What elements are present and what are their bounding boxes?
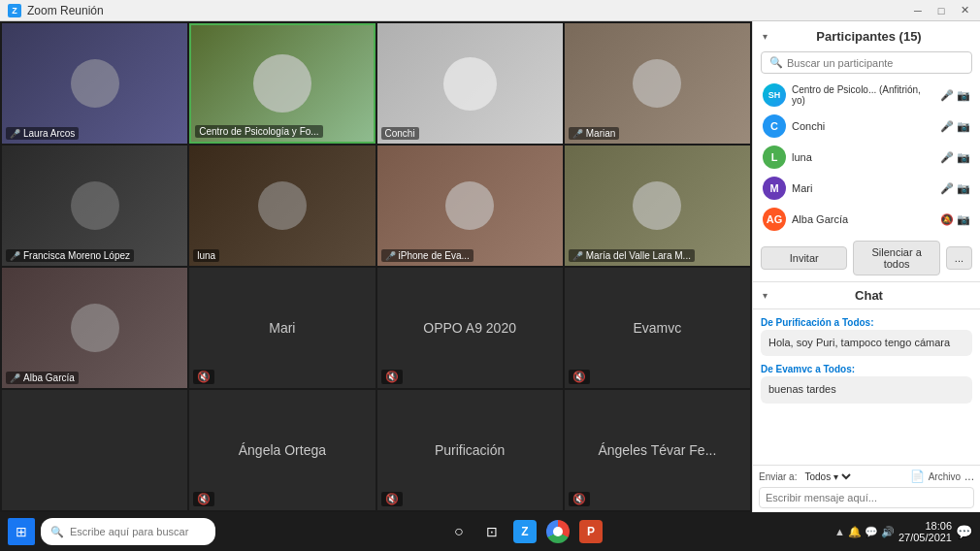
video-cell-iphone[interactable]: 🎤 iPhone de Eva...	[377, 146, 563, 266]
participants-title: Participantes (15)	[816, 29, 921, 44]
taskbar: ⊞ 🔍 ○ ⊡ Z P ▲ 🔔 💬 🔊	[0, 512, 980, 551]
clock: 18:06	[925, 520, 952, 532]
taskbar-taskview-icon[interactable]: ⊡	[478, 518, 506, 545]
list-item[interactable]: M Mari 🎤 📷	[757, 173, 976, 204]
mic-icon: 🎤	[940, 151, 954, 164]
avatar: AG	[763, 208, 786, 231]
video-cell-mari[interactable]: Mari 🔇	[189, 268, 375, 388]
chat-more-button[interactable]: ...	[964, 470, 974, 483]
video-cell-oppo[interactable]: OPPO A9 2020 🔇	[377, 268, 563, 388]
video-cell-alba[interactable]: 🎤 Alba García	[2, 268, 187, 388]
cam-icon: 📷	[957, 182, 970, 195]
participant-search-input[interactable]	[787, 57, 964, 69]
video-cell-marian[interactable]: 🎤 Marian	[565, 23, 750, 144]
video-cell-laura[interactable]: 🎤 Laura Arcos	[2, 23, 187, 144]
search-icon: 🔍	[50, 526, 64, 538]
video-label-luna: luna	[193, 249, 219, 262]
list-item[interactable]: L luna 🎤 📷	[757, 142, 976, 173]
chat-section: ▾ Chat De Purificación a Todos: Hola, so…	[753, 282, 980, 512]
chat-chevron[interactable]: ▾	[763, 290, 768, 301]
chat-send-select[interactable]: Todos ▾	[800, 470, 854, 483]
chat-message: De Purificación a Todos: Hola, soy Puri,…	[761, 317, 972, 356]
start-button[interactable]: ⊞	[8, 518, 35, 545]
video-cell-evamvc[interactable]: Evamvc 🔇	[565, 268, 750, 388]
chat-title: Chat	[855, 288, 883, 303]
chat-input-area: Enviar a: Todos ▾ 📄 Archivo ...	[753, 465, 980, 512]
mic-icon: 🔕	[940, 213, 954, 226]
video-muted-angela: 🔇	[193, 492, 214, 506]
close-button[interactable]: ✕	[957, 3, 972, 18]
avatar: C	[763, 114, 786, 138]
video-cell-maria[interactable]: 🎤 María del Valle Lara M...	[565, 146, 750, 266]
video-muted-purificacion: 🔇	[381, 492, 403, 506]
participant-name: Mari	[792, 182, 934, 194]
time-date: 18:06 27/05/2021	[898, 520, 952, 543]
video-label-conchi: Conchi	[381, 127, 419, 140]
main-container: 🎤 Laura Arcos Centro de Psicología y Fo.…	[0, 21, 980, 512]
video-muted-mari: 🔇	[193, 370, 214, 384]
video-cell-purificacion[interactable]: Purificación 🔇	[377, 390, 563, 510]
video-label-francisca: 🎤 Francisca Moreno López	[6, 249, 134, 262]
invite-button[interactable]: Invitar	[761, 246, 847, 270]
taskbar-chrome-icon[interactable]	[544, 518, 572, 545]
video-muted-angeles: 🔇	[569, 492, 590, 506]
cam-icon: 📷	[957, 89, 970, 102]
chat-messages: De Purificación a Todos: Hola, soy Puri,…	[753, 309, 980, 465]
video-cell-francisca[interactable]: 🎤 Francisca Moreno López	[2, 146, 187, 266]
cam-icon: 📷	[957, 151, 970, 164]
video-cell-empty	[2, 390, 187, 510]
video-cell-centro[interactable]: Centro de Psicología y Fo...	[189, 23, 375, 144]
chat-send-label: Enviar a:	[759, 471, 797, 482]
search-icon: 🔍	[769, 56, 783, 69]
mic-icon: 🎤	[940, 120, 954, 133]
system-icons: ▲ 🔔 💬 🔊	[834, 526, 895, 538]
chat-sender: De Purificación a Todos:	[761, 317, 972, 328]
chat-header: ▾ Chat	[753, 282, 980, 309]
taskbar-cortana-icon[interactable]: ○	[445, 518, 473, 545]
maximize-button[interactable]: □	[933, 3, 949, 18]
taskbar-search-input[interactable]	[70, 526, 206, 537]
right-panel: ▾ Participantes (15) 🔍 SH Centro de Psic…	[752, 21, 980, 512]
more-button[interactable]: ...	[946, 246, 972, 270]
chat-sender: De Evamvc a Todos:	[761, 364, 972, 374]
mic-icon: 🎤	[940, 89, 954, 102]
video-label-iphone: 🎤 iPhone de Eva...	[381, 249, 474, 262]
list-item[interactable]: C Conchi 🎤 📷	[757, 111, 976, 142]
app-icon: Z	[8, 4, 21, 17]
chat-archivo-label: Archivo	[929, 471, 961, 482]
video-label-alba: 🎤 Alba García	[6, 372, 79, 384]
video-cell-angela[interactable]: Ángela Ortega 🔇	[189, 390, 375, 510]
taskbar-zoom-icon[interactable]: Z	[511, 518, 539, 545]
title-bar: Z Zoom Reunión ─ □ ✕	[0, 0, 980, 21]
participants-section: ▾ Participantes (15) 🔍 SH Centro de Psic…	[753, 21, 980, 282]
cam-icon: 📷	[957, 120, 970, 133]
minimize-button[interactable]: ─	[910, 3, 926, 18]
video-muted-oppo: 🔇	[381, 370, 403, 384]
participant-name: Conchi	[792, 120, 934, 132]
video-cell-conchi[interactable]: Conchi	[377, 23, 563, 144]
participant-name: Alba García	[792, 213, 934, 225]
video-grid: 🎤 Laura Arcos Centro de Psicología y Fo.…	[0, 21, 752, 512]
chat-input[interactable]	[759, 487, 974, 508]
video-label-marian: 🎤 Marian	[569, 127, 620, 140]
taskbar-search-box[interactable]: 🔍	[41, 518, 215, 545]
chat-message: De Evamvc a Todos: buenas tardes	[761, 364, 972, 403]
video-cell-luna[interactable]: luna	[189, 146, 375, 266]
list-item[interactable]: AG Alba García 🔕 📷	[757, 204, 976, 235]
date: 27/05/2021	[898, 532, 952, 543]
chat-bubble: buenas tardes	[761, 376, 972, 403]
participants-chevron[interactable]: ▾	[763, 31, 768, 42]
notification-icon[interactable]: 💬	[956, 524, 972, 539]
participant-list: SH Centro de Psicolo... (Anfitrión, yo) …	[753, 80, 980, 235]
mic-icon: 🎤	[940, 182, 954, 195]
video-cell-angeles[interactable]: Ángeles Tévar Fe... 🔇	[565, 390, 750, 510]
taskbar-powerpoint-icon[interactable]: P	[577, 518, 604, 545]
participant-name: Centro de Psicolo... (Anfitrión, yo)	[792, 84, 934, 106]
mute-all-button[interactable]: Silenciar a todos	[853, 241, 939, 276]
participant-search-box[interactable]: 🔍	[761, 51, 972, 74]
avatar: SH	[763, 83, 786, 107]
video-label-laura: 🎤 Laura Arcos	[6, 127, 79, 140]
taskbar-right: ▲ 🔔 💬 🔊 18:06 27/05/2021 💬	[834, 520, 972, 543]
avatar: M	[763, 177, 786, 200]
list-item[interactable]: SH Centro de Psicolo... (Anfitrión, yo) …	[757, 80, 976, 111]
